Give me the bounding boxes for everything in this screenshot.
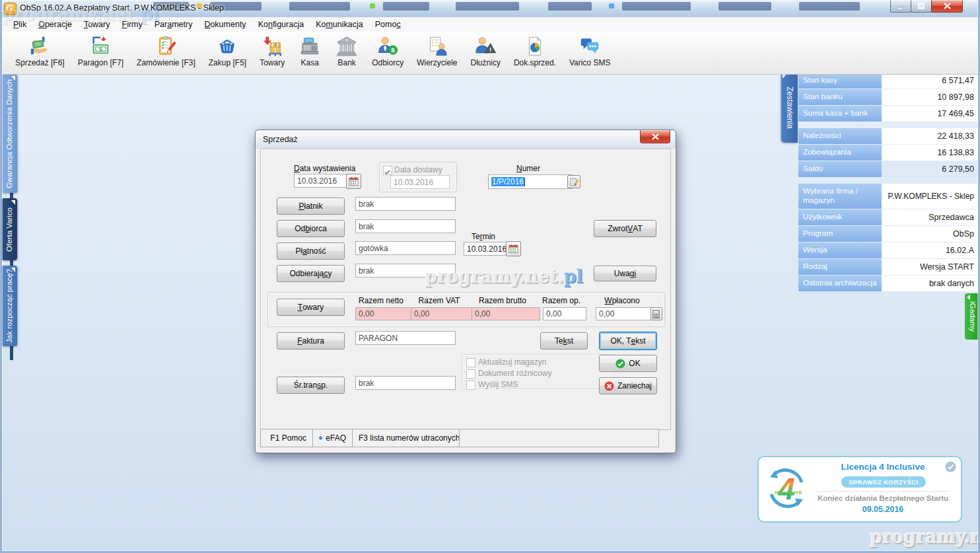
toolbar-wierzyciele-button[interactable]: Wierzyciele (410, 34, 464, 68)
row-value: Wersja START (882, 259, 978, 275)
platnik-field[interactable]: brak (355, 197, 456, 211)
odbiorca-button[interactable]: Odbiorca (277, 220, 345, 237)
odbiorca-field[interactable]: brak (355, 219, 456, 233)
menu-konfiguracja[interactable]: Konfiguracja (252, 18, 310, 31)
efaq-cell[interactable]: i eFAQ (312, 429, 353, 447)
left-tab-jak-rozpoczac[interactable]: Jak rozpocząć pracę? (1, 266, 17, 346)
toolbar-dluznicy-button[interactable]: ! Dłużnicy (464, 34, 507, 68)
left-tab-label: Gwarancja Odtworzenia Danych (5, 79, 13, 188)
panel-gap (798, 122, 978, 128)
data-dostawy-checkbox[interactable] (383, 166, 392, 175)
toolbar-paragon-button[interactable]: $ Paragon [F7] (71, 34, 130, 68)
termin-calendar-button[interactable] (506, 241, 521, 256)
maximize-button[interactable] (911, 0, 932, 13)
close-icon (944, 3, 951, 9)
sprawdz-korzysci-button[interactable]: SPRAWDŹ KORZYŚCI (841, 476, 926, 488)
razem-vat-field: 0,00 (411, 307, 474, 320)
left-tab-label: Oferta Varico (5, 207, 13, 252)
dokument-roznicowy-checkbox[interactable] (466, 369, 475, 379)
row-value: 10 897,98 (882, 89, 978, 105)
dialog-body: Data wystawienia 10.03.2016 Data dostawy… (260, 149, 671, 430)
wplacono-calculator-button[interactable] (650, 307, 662, 320)
menu-pomoc[interactable]: Pomoc (369, 18, 407, 31)
uwagi-button[interactable]: Uwagi (594, 266, 656, 281)
watermark: programy.net.pl (870, 527, 980, 547)
odbierajacy-button[interactable]: Odbierający (277, 265, 345, 282)
zestawienia-tab[interactable]: Zestawienia (781, 73, 798, 143)
svg-text:$: $ (346, 38, 348, 42)
toolbar-kasa-button[interactable]: Kasa (291, 34, 328, 68)
zaniechaj-button[interactable]: Zaniechaj (599, 377, 657, 394)
ok-tekst-button[interactable]: OK, Tekst (599, 332, 657, 350)
sr-transp-button[interactable]: Śr.transp. (277, 377, 345, 394)
cash-register-icon (298, 35, 322, 57)
toolbar-bank-button[interactable]: $ Bank (328, 34, 365, 68)
label-accel: W (604, 296, 612, 305)
razem-vat-label: Razem VAT (411, 296, 468, 305)
label-part: Od (295, 224, 305, 233)
creditors-icon (425, 35, 449, 57)
label-accel: V (627, 224, 633, 233)
row-label: Program (798, 226, 882, 242)
window-controls (891, 0, 963, 13)
tekst-button[interactable]: Tekst (540, 332, 588, 350)
toolbar-dok-sprzed-button[interactable]: Dok.sprzed. (507, 34, 563, 68)
summary-row-archiwizacja: Ostatnia archiwizacja brak danych (798, 276, 978, 291)
summary-row-uzytkownik: Użytkownik Sprzedawca (798, 209, 978, 225)
data-wystawienia-calendar-button[interactable] (346, 174, 361, 189)
toolbar-label: Dok.sprzed. (514, 58, 556, 67)
razem-netto-field: 0,00 (355, 307, 413, 320)
termin-field[interactable]: 10.03.2016 (464, 242, 510, 256)
menu-label-accel: m (326, 20, 332, 29)
wplacono-field[interactable]: 0,00 (596, 307, 655, 320)
bank-building-icon: $ (335, 35, 359, 57)
dialog-title-bar[interactable]: Sprzedaż (256, 130, 676, 149)
platnosc-button[interactable]: Płatność (277, 242, 345, 260)
label-accel: a (302, 246, 307, 256)
faktura-button[interactable]: Faktura (277, 332, 345, 350)
toolbar-label: Wierzyciele (417, 58, 457, 67)
data-wystawienia-field[interactable]: 10.03.2016 (294, 174, 351, 188)
row-value: 6 279,50 (882, 161, 978, 177)
license-end-line: Koniec działania Bezpłatnego Startu (809, 494, 957, 502)
wyslij-sms-checkbox[interactable] (466, 381, 475, 390)
faktura-field[interactable]: PARAGON (355, 331, 456, 345)
toolbar-sprzedaz-button[interactable]: Sprzedaż [F6] (9, 34, 71, 68)
menu-komunikacja[interactable]: Komunikacja (310, 18, 369, 31)
label-part: AT (633, 224, 642, 233)
row-value: 22 418,33 (882, 128, 978, 144)
tab-arrow-icon (783, 74, 787, 79)
toolbar-varico-sms-button[interactable]: Varico SMS (563, 34, 617, 68)
toolbar-label: Bank (337, 58, 355, 67)
label-accel: N (516, 164, 522, 173)
minimize-icon (897, 3, 904, 9)
aktualizuj-magazyn-checkbox[interactable] (466, 358, 475, 367)
license-check-icon (945, 461, 956, 475)
igadamy-tab[interactable]: iGadamy (965, 293, 980, 340)
toolbar-zakup-button[interactable]: Zakup [F5] (202, 34, 253, 68)
f3-lista-cell[interactable]: F3 lista numerów utraconych (352, 429, 460, 447)
toolbar-towary-button[interactable]: Towary (253, 34, 291, 68)
left-tab-gwarancja[interactable]: Gwarancja Odtworzenia Danych (1, 74, 17, 193)
towary-button[interactable]: Towary (277, 299, 345, 316)
row-label: Stan kasy (798, 73, 882, 89)
minimize-button[interactable] (890, 0, 911, 13)
menu-dokumenty[interactable]: Dokumenty (198, 18, 252, 31)
platnosc-field[interactable]: gotówka (355, 241, 456, 255)
numer-edit-button[interactable] (567, 175, 580, 188)
toolbar-label: Dłużnicy (471, 58, 501, 67)
toolbar-odbiorcy-button[interactable]: $ Odbiorcy (365, 34, 410, 68)
dialog-close-button[interactable] (640, 130, 670, 143)
sr-transp-field[interactable]: brak (355, 376, 456, 390)
ok-button[interactable]: OK (599, 355, 657, 372)
f1-pomoc-cell[interactable]: ? F1 Pomoc (260, 429, 313, 447)
razem-op-field[interactable]: 0,00 (543, 307, 586, 320)
platnik-button[interactable]: Płatnik (277, 198, 345, 215)
close-button[interactable] (931, 0, 963, 13)
numer-field[interactable]: 1/P/2016 (488, 174, 573, 189)
zwrot-vat-button[interactable]: Zwrot VAT (594, 220, 656, 237)
left-tab-oferta-varico[interactable]: Oferta Varico (1, 198, 17, 260)
toolbar-zamowienie-button[interactable]: Zamówienie [F3] (130, 34, 202, 68)
label-accel: F (297, 336, 302, 346)
receipt-money-icon: $ (88, 35, 112, 57)
